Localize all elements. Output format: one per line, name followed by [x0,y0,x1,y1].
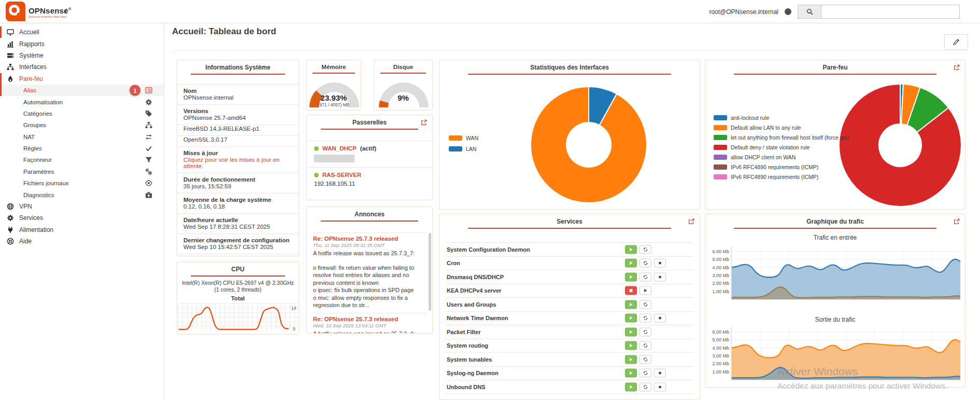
play-icon [629,302,633,307]
play-icon [629,384,633,389]
widget-memory: Mémoire 23.93% (971 / 4057) MB [306,60,361,111]
service-row: Users and Groups [446,297,693,311]
opnsense-logo[interactable]: OPNsense® Securing networks made easy [6,2,72,21]
service-restart-button[interactable] [640,300,651,309]
cpu-series-label: Total [177,295,299,301]
user-avatar[interactable] [785,8,791,15]
legend-item: LAN [449,146,478,152]
service-running-button[interactable] [625,300,637,309]
service-stop-button[interactable] [654,314,666,323]
sidebar-item-alimentation[interactable]: Alimentation [0,224,164,236]
sidebar-item-label: Règles [23,145,42,151]
widget-title: Passerelles [307,115,432,126]
gateway-name[interactable]: WAN_DHCP [322,145,357,151]
traffic-in-subtitle: Trafic en entrée [705,234,965,241]
service-restart-button[interactable] [640,327,651,336]
search-icon[interactable] [798,5,821,18]
widget-title: Mémoire [307,60,361,70]
logged-in-user[interactable]: root@OPNsense.internal [709,8,778,16]
service-stop-button[interactable] [654,272,666,281]
external-link-icon[interactable] [688,218,694,225]
service-stopped-button[interactable] [625,286,637,295]
sidebar-item-categories[interactable]: Catégories [0,108,164,119]
sidebar-item-rapports[interactable]: Rapports [0,38,164,49]
service-actions [625,300,651,309]
service-restart-button[interactable] [640,259,651,268]
service-running-button[interactable] [625,259,637,268]
refresh-icon [643,384,648,389]
sidebar-item-services[interactable]: Services [0,212,164,224]
service-actions [625,245,651,254]
service-start-button[interactable] [640,286,651,295]
sitemap-icon [6,63,15,71]
service-running-button[interactable] [625,245,637,254]
sidebar-item-systeme[interactable]: Système [0,50,164,61]
info-row-value: OPNsense.internal [177,94,299,105]
service-running-button[interactable] [625,314,637,323]
announcement-list: Re: OPNsense 25.7.3 releasedThu, 11 Sep … [313,232,427,334]
legend-swatch [714,155,727,160]
service-restart-button[interactable] [640,245,651,254]
sidebar-item-vpn[interactable]: VPN [0,201,164,212]
info-row-value: Wed Sep 17 8:28:31 CEST 2025 [177,223,299,234]
service-stop-button[interactable] [654,369,666,378]
sidebar-item-accueil[interactable]: Accueil [0,26,164,38]
svg-text:1.00 Mb: 1.00 Mb [712,289,729,294]
title-underline [321,129,419,130]
service-actions [625,369,666,378]
service-restart-button[interactable] [640,369,651,378]
service-name: System routing [447,342,488,349]
gear-icon [145,99,152,106]
widget-announcements: Annonces Re: OPNsense 25.7.3 releasedThu… [306,206,433,334]
service-running-button[interactable] [625,382,637,391]
service-name: Packet Filter [447,329,480,335]
service-restart-button[interactable] [640,382,651,391]
scrollbar-thumb[interactable] [429,233,431,311]
interfaces-donut-chart [439,83,700,210]
edit-dashboard-button[interactable] [944,34,968,50]
service-stop-button[interactable] [654,382,666,391]
service-stop-button[interactable] [654,259,666,268]
announcement-title[interactable]: Re: OPNsense 25.7.3 released [313,236,427,242]
gateway-name[interactable]: RAS-SERVER [322,172,361,178]
external-link-icon[interactable] [954,218,960,225]
refresh-icon [643,371,648,376]
service-running-button[interactable] [625,272,637,281]
external-link-icon[interactable] [421,119,427,126]
announcement-title[interactable]: Re: OPNsense 25.7.3 released [313,316,427,322]
external-link-icon[interactable] [954,64,960,71]
service-running-button[interactable] [625,369,637,378]
collapse-sidebar-icon[interactable] [63,8,69,15]
legend-item: anti-lockout rule [714,115,849,121]
sidebar-item-regles[interactable]: Règles [0,143,164,154]
updates-link[interactable]: Cliquez pour voir les mises à jour en at… [177,156,299,173]
legend-label: WAN [466,135,478,141]
service-restart-button[interactable] [640,341,651,350]
search-input[interactable] [821,5,959,18]
sidebar-item-nat[interactable]: NAT [0,131,164,143]
legend-item: Default deny / state violation rule [714,144,849,150]
sidebar-item-aide[interactable]: Aide [0,236,164,247]
service-running-button[interactable] [625,327,637,336]
refresh-icon [643,316,648,321]
sidebar-item-fichiers-journaux[interactable]: Fichiers journaux [0,177,164,189]
sidebar-item-groupes[interactable]: Groupes [0,119,164,131]
sidebar-item-pare-feu[interactable]: Pare-feu [0,73,164,85]
sidebar-item-parametres[interactable]: Paramètres [0,166,164,177]
service-restart-button[interactable] [640,272,651,281]
service-restart-button[interactable] [640,314,651,323]
sidebar-item-automatisation[interactable]: Automatisation [0,96,164,107]
svg-text:0: 0 [293,326,295,332]
service-running-button[interactable] [625,341,637,350]
sidebar-item-diagnostics[interactable]: Diagnostics [0,189,164,200]
legend-swatch [449,135,462,141]
sidebar-item-alias[interactable]: Alias1 [0,85,164,96]
service-running-button[interactable] [625,355,637,364]
service-row: System routing [446,339,693,353]
traffic-in-chart: 6.00 Mb5.00 Mb4.00 Mb3.00 Mb2.00 Mb1.00 … [708,244,963,307]
status-dot-green [314,146,319,151]
sidebar-item-faconneur[interactable]: Façonneur [0,154,164,165]
service-restart-button[interactable] [640,355,651,364]
sidebar-item-interfaces[interactable]: Interfaces [0,61,164,73]
announcement-body-line: o firewall: fix return value when failin… [313,264,427,287]
